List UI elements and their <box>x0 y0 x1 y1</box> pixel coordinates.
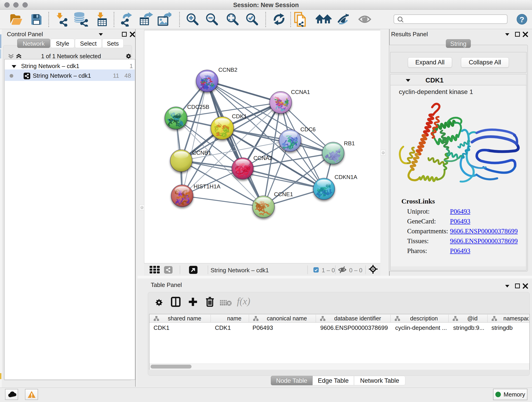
svg-text:CCNA1: CCNA1 <box>291 89 310 95</box>
svg-text:CCNB1: CCNB1 <box>192 150 211 156</box>
svg-text:CDKN1A: CDKN1A <box>335 174 357 180</box>
svg-text:CDC6: CDC6 <box>300 126 316 133</box>
svg-text:RB1: RB1 <box>344 140 355 147</box>
svg-text:CCNB2: CCNB2 <box>218 67 237 73</box>
svg-text:CCNE1: CCNE1 <box>274 191 293 197</box>
svg-text:HIST1H1A: HIST1H1A <box>194 183 221 190</box>
svg-text:CCNA2: CCNA2 <box>253 155 272 161</box>
svg-text:CDK1: CDK1 <box>232 113 247 119</box>
svg-text:CDC25B: CDC25B <box>187 104 209 110</box>
